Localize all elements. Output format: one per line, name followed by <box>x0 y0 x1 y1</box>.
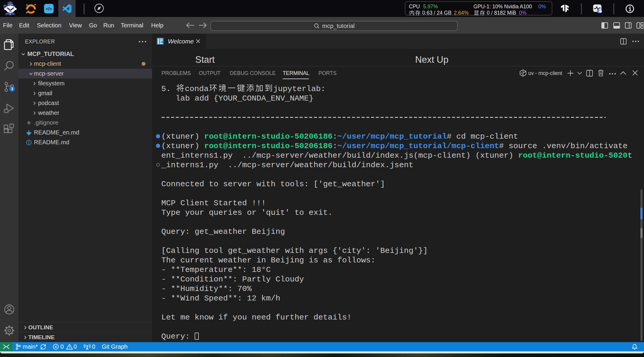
svg-text:</>: </> <box>46 6 52 11</box>
